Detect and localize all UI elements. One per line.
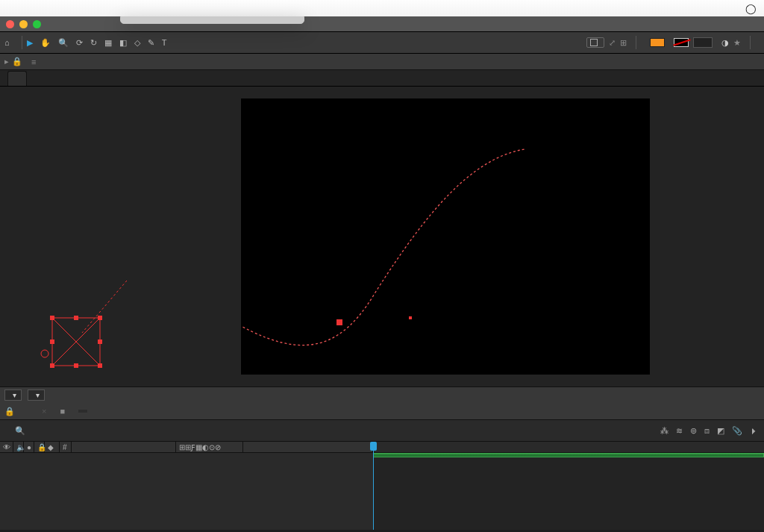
composition-canvas[interactable] <box>241 98 650 375</box>
home-icon[interactable]: ⌂ <box>4 38 10 47</box>
svg-rect-9 <box>50 339 54 344</box>
composition-tabs <box>0 70 764 87</box>
timeline-tracks[interactable] <box>373 442 764 530</box>
snap-aux-2-icon[interactable]: ⊞ <box>620 38 627 48</box>
attach-icon[interactable]: 📎 <box>732 426 742 436</box>
svg-rect-8 <box>74 363 78 368</box>
motion-path <box>241 98 650 375</box>
svg-rect-4 <box>98 316 102 320</box>
motion-blur-icon[interactable]: ⊚ <box>690 426 697 436</box>
text-tool-icon[interactable]: T <box>162 38 167 47</box>
svg-rect-3 <box>50 316 54 320</box>
pen-tool-icon[interactable]: ✎ <box>148 38 154 48</box>
time-ruler[interactable] <box>373 442 764 453</box>
render-icon[interactable]: ⏵ <box>750 426 758 436</box>
col-solo-icon[interactable]: ● <box>24 442 34 452</box>
svg-rect-6 <box>98 363 102 368</box>
mask-tool-icon[interactable]: ◇ <box>134 38 140 48</box>
quality-dropdown[interactable]: ▾ <box>28 389 45 401</box>
col-layer-name[interactable] <box>72 442 176 452</box>
composition-viewer[interactable] <box>127 87 764 387</box>
col-label-icon[interactable]: ◆ <box>45 442 60 452</box>
stroke-width-field[interactable] <box>693 37 713 48</box>
minimize-window-button[interactable] <box>19 20 28 28</box>
zoom-dropdown[interactable]: ▾ <box>4 389 22 401</box>
timeline-search-icon[interactable]: 🔍 <box>15 426 25 436</box>
edit-menu-dropdown[interactable] <box>120 16 304 24</box>
shy-icon[interactable]: ⁂ <box>660 426 668 436</box>
draft3d-icon[interactable]: ◩ <box>717 426 724 436</box>
col-switches[interactable]: ⊞⊞Ƒ▦◐⊙⊘ <box>176 442 243 452</box>
timeline-lock-icon[interactable]: 🔒 <box>4 407 15 416</box>
orbit-tool-icon[interactable]: ⟳ <box>76 38 83 48</box>
svg-rect-10 <box>98 339 102 344</box>
col-visibility-icon[interactable]: 👁 <box>0 442 13 452</box>
graph-editor-icon[interactable]: ⧈ <box>704 426 710 436</box>
svg-rect-12 <box>336 319 342 325</box>
tools-toolbar: ⌂ ▶ ✋ 🔍 ⟳ ↻ ▦ ◧ ◇ ✎ T ⤢ ⊞ ◑ ★ <box>0 31 764 54</box>
viewer-left-gutter <box>0 87 127 387</box>
zoom-window-button[interactable] <box>33 20 41 28</box>
col-parent[interactable] <box>243 442 373 452</box>
mac-menubar[interactable]: ◯ <box>0 0 764 16</box>
selection-tool-icon[interactable]: ▶ <box>27 38 33 48</box>
zoom-tool-icon[interactable]: 🔍 <box>58 38 69 48</box>
hand-tool-icon[interactable]: ✋ <box>40 38 51 48</box>
col-lock-icon[interactable]: 🔒 <box>34 442 45 452</box>
camera-tool-icon[interactable]: ▦ <box>104 38 112 48</box>
stroke-swatch[interactable] <box>674 38 689 47</box>
timeline-layer-outline[interactable]: 👁 🔈 ● 🔒 ◆ # ⊞⊞Ƒ▦◐⊙⊘ <box>0 442 373 530</box>
col-audio-icon[interactable]: 🔈 <box>13 442 24 452</box>
menubar-right: ◯ <box>739 3 757 14</box>
close-window-button[interactable] <box>6 20 14 28</box>
playhead[interactable] <box>373 442 374 530</box>
behind-tool-icon[interactable]: ◧ <box>119 38 127 48</box>
svg-point-11 <box>41 350 48 357</box>
timeline-panel-tabs: 🔒 × ■ <box>0 403 764 419</box>
snap-aux-1-icon[interactable]: ⤢ <box>609 38 616 48</box>
fill-swatch[interactable] <box>650 38 665 47</box>
svg-rect-7 <box>74 316 78 320</box>
composition-panel-header: ▸ 🔒 ≡ <box>0 54 764 70</box>
comp-tab[interactable] <box>7 71 27 86</box>
panel-lock-icon[interactable]: 🔒 <box>12 57 22 66</box>
panel-menu-icon[interactable]: ▸ <box>4 57 9 66</box>
timeline-comp-tab[interactable] <box>78 410 87 413</box>
viewer-controls: ▾ ▾ <box>0 387 764 403</box>
timeline-header: 🔍 ⁂ ≋ ⊚ ⧈ ◩ 📎 ⏵ <box>0 419 764 442</box>
svg-rect-13 <box>409 316 412 319</box>
window-titlebar <box>0 16 764 31</box>
user-icon[interactable]: ◯ <box>745 3 757 14</box>
svg-rect-5 <box>50 363 54 368</box>
add-button-icon[interactable]: ◑ <box>721 38 729 48</box>
rotate-tool-icon[interactable]: ↻ <box>90 38 97 48</box>
composition-history-icon[interactable]: ≡ <box>31 57 36 66</box>
timeline-body[interactable]: 👁 🔈 ● 🔒 ◆ # ⊞⊞Ƒ▦◐⊙⊘ <box>0 442 764 530</box>
frame-blend-icon[interactable]: ≋ <box>676 426 683 436</box>
bezier-star-icon[interactable]: ★ <box>733 38 741 48</box>
work-area-bar[interactable] <box>373 453 764 457</box>
snapping-toggle[interactable] <box>586 37 604 48</box>
